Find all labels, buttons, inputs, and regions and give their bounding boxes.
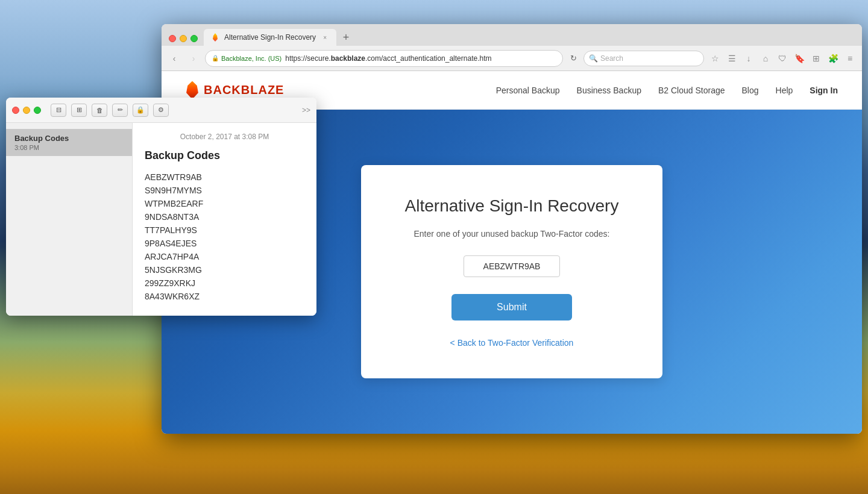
url-suffix: .com/acct_authentication_alternate.htm (365, 54, 491, 63)
notes-sidebar-toggle[interactable]: ⊟ (51, 104, 66, 117)
backup-code-4: 9NDSA8NT3A (145, 210, 304, 224)
notes-traffic-lights (12, 107, 41, 114)
browser-close-button[interactable] (169, 35, 176, 42)
notes-code-list: AEBZWTR9AB S9N9H7MYMS WTPMB2EARF 9NDSA8N… (145, 170, 304, 303)
secure-badge: 🔒 Backblaze, Inc. (US) (212, 55, 281, 62)
backup-code-8: 5NJSGKR3MG (145, 263, 304, 277)
notes-sidebar-item-time: 3:08 PM (14, 144, 124, 151)
notes-sidebar: Backup Codes 3:08 PM (6, 123, 133, 316)
url-bar[interactable]: 🔒 Backblaze, Inc. (US) https://secure.ba… (205, 50, 563, 67)
url-prefix: https://secure. (285, 54, 330, 63)
submit-button[interactable]: Submit (451, 294, 572, 320)
notes-grid-toggle[interactable]: ⊞ (71, 104, 87, 117)
notes-maximize-button[interactable] (34, 107, 41, 114)
backblaze-logo-flame (186, 81, 199, 99)
extensions-icon[interactable]: 🧩 (826, 51, 840, 66)
search-placeholder: Search (600, 54, 623, 63)
notes-minimize-button[interactable] (23, 107, 30, 114)
back-to-two-factor-link[interactable]: < Back to Two-Factor Verification (450, 338, 574, 348)
browser-toolbar-icons: ☆ ☰ ↓ ⌂ 🛡 🔖 ⊞ 🧩 ≡ (708, 51, 857, 66)
recovery-subtitle: Enter one of your unused backup Two-Fact… (397, 229, 626, 239)
backup-code-9: 299ZZ9XRKJ (145, 277, 304, 290)
brand-name: BACKBLAZE (204, 83, 284, 97)
grid-icon[interactable]: ⊞ (809, 51, 823, 66)
browser-traffic-lights (166, 35, 203, 46)
notes-toolbar: ⊟ ⊞ 🗑 ✏ 🔒 ⚙ >> (6, 98, 316, 123)
address-bar: ‹ › 🔒 Backblaze, Inc. (US) https://secur… (162, 46, 862, 71)
recovery-title: Alternative Sign-In Recovery (397, 195, 626, 217)
search-bar[interactable]: 🔍 Search (583, 51, 704, 66)
notes-date: October 2, 2017 at 3:08 PM (145, 133, 304, 141)
url-domain-bold: backblaze (331, 54, 365, 63)
main-navigation: Personal Backup Business Backup B2 Cloud… (496, 86, 838, 95)
backup-code-2: S9N9H7MYMS (145, 184, 304, 197)
notes-app-panel: ⊟ ⊞ 🗑 ✏ 🔒 ⚙ >> Backup Codes 3:08 PM Octo… (6, 98, 316, 316)
backup-code-7: ARJCA7HP4A (145, 250, 304, 263)
secure-label: Backblaze, Inc. (US) (221, 55, 281, 62)
new-tab-button[interactable]: + (338, 29, 354, 46)
nav-sign-in[interactable]: Sign In (810, 86, 838, 95)
notes-content: October 2, 2017 at 3:08 PM Backup Codes … (133, 123, 316, 316)
lock-icon: 🔒 (212, 55, 219, 61)
notes-body: Backup Codes 3:08 PM October 2, 2017 at … (6, 123, 316, 316)
notes-sidebar-item-backup-codes[interactable]: Backup Codes 3:08 PM (6, 129, 132, 156)
tab-bar: Alternative Sign-In Recovery × + (162, 24, 862, 46)
nav-business-backup[interactable]: Business Backup (577, 86, 641, 95)
browser-maximize-button[interactable] (190, 35, 198, 42)
brand-name-black: BACK (204, 83, 241, 96)
browser-minimize-button[interactable] (180, 35, 187, 42)
bookmark-star-icon[interactable]: ☆ (708, 51, 722, 66)
shield-icon[interactable]: 🛡 (775, 51, 790, 66)
brand-name-red: BLAZE (241, 83, 285, 96)
menu-icon[interactable]: ≡ (843, 51, 857, 66)
brand-logo: BACKBLAZE (186, 81, 284, 99)
notes-close-button[interactable] (12, 107, 19, 114)
reading-list-icon[interactable]: ☰ (725, 51, 739, 66)
back-button[interactable]: ‹ (166, 51, 182, 66)
notes-share-button[interactable]: ⚙ (153, 104, 169, 117)
backup-code-10: 8A43WKR6XZ (145, 290, 304, 303)
nav-b2-cloud-storage[interactable]: B2 Cloud Storage (658, 86, 725, 95)
download-icon[interactable]: ↓ (741, 51, 756, 66)
notes-sidebar-item-title: Backup Codes (14, 134, 124, 143)
notes-compose-button[interactable]: ✏ (112, 104, 128, 117)
backup-code-1: AEBZWTR9AB (145, 170, 304, 184)
notes-lock-button[interactable]: 🔒 (133, 104, 148, 117)
notes-note-title: Backup Codes (145, 149, 304, 162)
recovery-card: Alternative Sign-In Recovery Enter one o… (361, 165, 662, 378)
backup-code-5: TT7PALHY9S (145, 224, 304, 237)
bookmark2-icon[interactable]: 🔖 (792, 51, 807, 66)
tab-close-button[interactable]: × (321, 33, 329, 42)
home-icon[interactable]: ⌂ (758, 51, 773, 66)
tab-title: Alternative Sign-In Recovery (224, 33, 316, 42)
url-text: https://secure.backblaze.com/acct_authen… (285, 54, 491, 63)
nav-help[interactable]: Help (776, 86, 793, 95)
reload-button[interactable]: ↻ (567, 52, 580, 65)
tab-favicon (211, 33, 219, 42)
nav-personal-backup[interactable]: Personal Backup (496, 86, 560, 95)
notes-delete-button[interactable]: 🗑 (92, 104, 107, 117)
nav-blog[interactable]: Blog (742, 86, 759, 95)
active-tab[interactable]: Alternative Sign-In Recovery × (204, 29, 336, 46)
forward-button[interactable]: › (186, 51, 201, 66)
backup-code-input[interactable] (464, 255, 560, 277)
notes-more-button[interactable]: >> (302, 106, 310, 114)
search-icon: 🔍 (589, 54, 598, 63)
backup-code-6: 9P8AS4EJES (145, 237, 304, 250)
backup-code-3: WTPMB2EARF (145, 197, 304, 210)
backblaze-favicon-icon (212, 33, 218, 42)
